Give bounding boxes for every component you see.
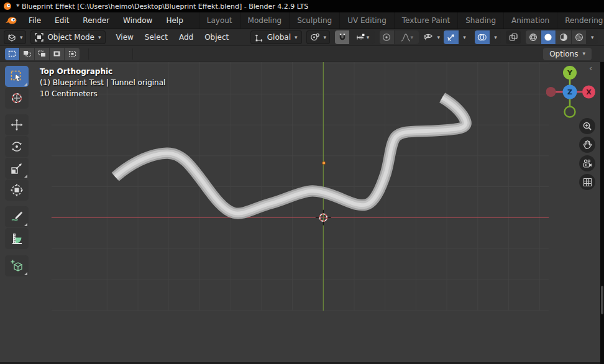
overlays-dropdown[interactable]: ▾ xyxy=(490,30,501,44)
menu-bar: File Edit Render Window Help Layout Mode… xyxy=(0,12,604,29)
show-overlays-toggle-icon[interactable] xyxy=(475,30,490,44)
tab-shading[interactable]: Shading xyxy=(457,12,503,29)
grid-icon xyxy=(583,178,592,187)
right-editor-edge xyxy=(600,62,604,364)
snap-to-increment-dropdown[interactable]: ▾ xyxy=(350,30,374,44)
gizmos-group: ▾ xyxy=(444,30,470,44)
tab-texture-paint[interactable]: Texture Paint xyxy=(394,12,457,29)
menu-edit[interactable]: Edit xyxy=(48,12,76,29)
tool-move[interactable] xyxy=(5,114,29,135)
editor-3d-viewport-icon xyxy=(7,34,16,42)
window-title: * Blueprint Effekt [C:\Users\heimo\Deskt… xyxy=(16,2,308,11)
shading-material-icon[interactable] xyxy=(556,30,572,44)
camera-view-button[interactable] xyxy=(579,155,595,171)
axis-z-label: Z xyxy=(567,88,572,96)
view-name-label: Top Orthographic xyxy=(40,66,165,77)
pan-button[interactable] xyxy=(579,137,595,153)
tab-uv-editing[interactable]: UV Editing xyxy=(339,12,394,29)
blender-window: * Blueprint Effekt [C:\Users\heimo\Deskt… xyxy=(0,0,604,364)
sidebar-collapse-icon[interactable]: ‹ xyxy=(589,63,592,73)
tool-rotate[interactable] xyxy=(5,136,29,157)
axis-x-label: X xyxy=(586,88,592,96)
tool-scale[interactable] xyxy=(5,158,29,179)
snap-increment-icon xyxy=(355,34,367,42)
annotate-pencil-icon xyxy=(10,210,24,224)
shading-rendered-icon[interactable] xyxy=(572,30,587,44)
select-mode-subtract-icon[interactable] xyxy=(35,48,50,60)
tab-rendering[interactable]: Rendering xyxy=(557,12,604,29)
tool-cursor[interactable] xyxy=(5,88,29,109)
snap-toggle-magnet-icon[interactable] xyxy=(335,30,350,44)
select-mode-set-icon[interactable] xyxy=(5,48,20,60)
tool-annotate[interactable] xyxy=(5,206,29,227)
object-origin-dot[interactable] xyxy=(322,161,326,165)
editor-type-dropdown[interactable]: ▾ xyxy=(4,30,26,44)
visibility-filter-icon xyxy=(423,33,433,42)
grid-lines xyxy=(52,62,549,311)
move-icon xyxy=(10,118,24,132)
menu-file[interactable]: File xyxy=(22,12,48,29)
mode-dropdown[interactable]: Object Mode ▾ xyxy=(30,30,105,44)
rotate-icon xyxy=(10,140,24,153)
toggle-xray-icon[interactable] xyxy=(506,30,521,44)
select-mode-invert-icon[interactable] xyxy=(50,48,65,60)
proportional-edit-group: ▾ xyxy=(380,30,419,44)
orientation-axes-icon xyxy=(255,34,263,42)
tube-object[interactable] xyxy=(116,98,466,213)
zoom-icon xyxy=(582,121,592,131)
menu-render[interactable]: Render xyxy=(76,12,116,29)
select-mode-extend-icon[interactable] xyxy=(20,48,35,60)
navigation-axis-gizmo[interactable]: Y X Z xyxy=(546,65,596,119)
hand-icon xyxy=(582,140,592,150)
gizmos-dropdown[interactable]: ▾ xyxy=(459,30,470,44)
tab-modeling[interactable]: Modeling xyxy=(240,12,290,29)
mode-label: Object Mode xyxy=(47,33,94,42)
proportional-falloff-dropdown[interactable]: ▾ xyxy=(395,30,419,44)
blender-menu-icon[interactable] xyxy=(0,12,22,29)
axis-x-negative-ball xyxy=(546,87,556,97)
shading-dropdown[interactable]: ▾ xyxy=(587,30,598,44)
transform-orientation-dropdown[interactable]: Global ▾ xyxy=(250,30,302,44)
toolbar xyxy=(5,66,29,277)
tool-select-box[interactable] xyxy=(5,66,29,87)
shading-wireframe-icon[interactable] xyxy=(526,30,541,44)
transform-icon xyxy=(10,183,24,197)
menu-view[interactable]: View xyxy=(110,29,139,46)
proportional-edit-toggle-icon[interactable] xyxy=(380,30,395,44)
scale-icon xyxy=(10,162,24,175)
tool-add-cube[interactable] xyxy=(5,255,29,276)
tab-sculpting[interactable]: Sculpting xyxy=(289,12,339,29)
workspace-tabs: Layout Modeling Sculpting UV Editing Tex… xyxy=(199,12,604,29)
menu-help[interactable]: Help xyxy=(159,12,190,29)
shading-solid-icon[interactable] xyxy=(541,30,557,44)
falloff-curve-icon xyxy=(401,34,411,42)
select-mode-group xyxy=(5,48,80,60)
menu-window[interactable]: Window xyxy=(116,12,159,29)
show-gizmos-toggle-icon[interactable] xyxy=(444,30,459,44)
blender-logo-icon xyxy=(3,2,12,11)
tool-transform[interactable] xyxy=(5,180,29,201)
select-mode-intersect-icon[interactable] xyxy=(65,48,80,60)
grid-scale-label: 10 Centimeters xyxy=(40,88,165,99)
viewport-overlay-text: Top Orthographic (1) Blueprint Test | Tu… xyxy=(40,66,165,99)
pivot-point-dropdown[interactable]: ▾ xyxy=(306,30,330,44)
object-visibility-dropdown[interactable]: ▾ xyxy=(419,30,444,44)
menu-select[interactable]: Select xyxy=(139,29,173,46)
tool-measure[interactable] xyxy=(5,228,29,249)
right-scrollbar[interactable] xyxy=(601,286,603,314)
perspective-ortho-button[interactable] xyxy=(579,174,595,190)
menu-object[interactable]: Object xyxy=(199,29,234,46)
menu-add[interactable]: Add xyxy=(173,29,199,46)
viewport-canvas xyxy=(0,62,600,362)
measure-icon xyxy=(10,232,24,245)
cursor-tool-icon xyxy=(10,91,24,105)
viewport-header: ▾ Object Mode ▾ View Select Add Object G… xyxy=(0,29,604,46)
zoom-button[interactable] xyxy=(579,118,595,134)
tab-layout[interactable]: Layout xyxy=(199,12,240,29)
scene-collection-label: (1) Blueprint Test | Tunnel original xyxy=(40,77,165,88)
select-box-icon xyxy=(10,70,24,83)
tab-animation[interactable]: Animation xyxy=(503,12,557,29)
overlays-group: ▾ xyxy=(475,30,501,44)
options-dropdown[interactable]: Options ▾ xyxy=(543,48,592,60)
3d-viewport[interactable]: Top Orthographic (1) Blueprint Test | Tu… xyxy=(0,62,600,362)
